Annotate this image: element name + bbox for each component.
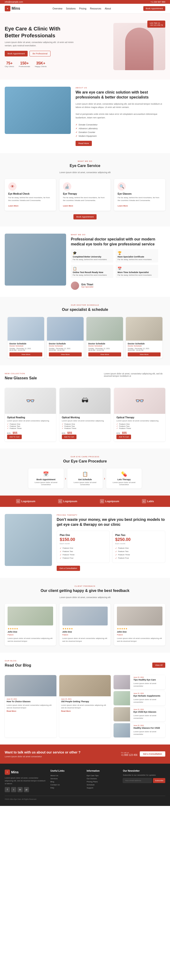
hero-primary-btn[interactable]: Book Appointment [5, 51, 28, 56]
glass-feat-1-1: Feature Two [62, 425, 108, 427]
plan-name-0: Plan One [60, 534, 107, 536]
social-twitter[interactable]: t [11, 787, 16, 792]
about-features: Donate Consectetur Advance Laboratory Do… [76, 123, 165, 138]
nav-item-resources[interactable]: Resources [90, 7, 101, 10]
social-facebook[interactable]: f [5, 787, 10, 792]
stat-professionals-label: Professionals [19, 65, 30, 68]
schedule-section: OUR DOCTOR SCHEDULE Our specialist & sch… [0, 297, 170, 365]
nav-item-solutions[interactable]: Solutions [66, 7, 76, 10]
hero-secondary-btn[interactable]: Be Professional [30, 51, 51, 56]
footer-link-1-4[interactable]: Support [87, 787, 93, 789]
cta-consultation-btn[interactable]: Get a Consultation [140, 751, 165, 757]
service-title-2: Eye Glasses [118, 192, 162, 195]
glasses-section: NEW COLLECTION New Glasses Sale Lorem ip… [0, 365, 170, 449]
proc-icon-2: 💊 [109, 471, 139, 477]
footer-link-0-1[interactable]: Services [51, 778, 58, 780]
footer-logo: + Mins [5, 770, 46, 775]
service-card-1: 🔬 Eye Therapy Far far away, behind the w… [59, 179, 111, 211]
blog-side-desc-2: Lorem ipsum dolor sit amet consectetur [133, 714, 164, 719]
partner-name-3: Labls [147, 500, 154, 503]
glass-feat-0-1: Feature Two [7, 425, 54, 427]
hero-title: Eye Care & Clinic With Better Profession… [5, 25, 76, 39]
footer: + Mins Lorem ipsum dolor sit amet, conse… [0, 764, 170, 806]
footer-link-0-3[interactable]: Contact Us [51, 784, 60, 786]
stat-professionals: 150+ Professionals [19, 61, 30, 68]
spec-feature-3: 📅 More Time Schedule Specialist Far far … [116, 265, 158, 278]
doctor-card-btn-1[interactable]: View More [49, 352, 82, 356]
services-header: WHAT WE DO Eye Care Service Lorem ipsum … [5, 160, 165, 174]
service-link-2[interactable]: Learn More [118, 205, 128, 207]
blog-card-img-0 [5, 675, 56, 696]
footer-link-0-4[interactable]: FAQ [51, 787, 54, 789]
test-img-2 [117, 606, 162, 625]
blog-view-all-btn[interactable]: View All [152, 663, 165, 668]
service-link-0[interactable]: Learn More [8, 205, 18, 207]
blog-main-link-1[interactable]: Read More [61, 710, 71, 712]
glass-price-2: $55 [122, 431, 127, 434]
blog-side-img-2 [114, 707, 130, 721]
pricing-label: PRICING THERAPY [57, 514, 165, 516]
footer-bottom: ©2021 Mins Eye Care. All Rights Reserved… [5, 796, 165, 800]
book-appointment-button[interactable]: Book Appointment [143, 6, 165, 11]
social-linkedin[interactable]: in [17, 787, 23, 792]
nav-item-pricing[interactable]: Pricing [79, 7, 86, 10]
hero-buttons: Book Appointment Be Professional [5, 51, 76, 56]
partner-logo-0: L Logoipsum [16, 499, 35, 503]
services-title: Eye Care Service [5, 164, 165, 169]
testimonials-grid: ★★★★★ John Doe Patient Lorem ipsum dolor… [5, 604, 165, 646]
plan-feat-1-0: Feature One [115, 547, 162, 550]
doctor-card-schedule-0: Sunday - December 12, 202108.00 AM - 04.… [10, 348, 42, 351]
glass-buy-btn-2[interactable]: Add To Cart [116, 434, 131, 439]
glass-feat-1-2: Feature Three [62, 427, 108, 430]
doctor-card-btn-3[interactable]: View More [128, 352, 160, 356]
service-icon-1: 🔬 [63, 182, 71, 191]
service-link-1[interactable]: Learn More [63, 205, 73, 207]
glass-title-1: Optical Working [62, 416, 108, 419]
cta-phone: Or call us +1 800 123 456 [121, 752, 137, 756]
glass-buy-btn-0[interactable]: Add To Cart [7, 434, 22, 439]
pricing-consult-btn[interactable]: Get a Consultation [57, 566, 80, 571]
footer-link-1-1[interactable]: Our Doctors [87, 778, 97, 780]
doctor-card-schedule-2: Sunday - December 12, 202108.00 AM - 04.… [88, 348, 121, 351]
test-role-2: Patient [117, 634, 162, 636]
nav-item-about[interactable]: About [105, 7, 111, 10]
proc-icon-0: 📅 [31, 471, 61, 477]
footer-link-0-2[interactable]: Blog [51, 781, 54, 783]
newsletter-subscribe-btn[interactable]: Subscribe [153, 778, 165, 783]
glass-feat-1-0: Feature One [62, 423, 108, 425]
glass-img-2: 👓 [114, 388, 165, 414]
blog-card-info-1: June 15, 2021 Old People Getting Therapy… [59, 696, 111, 714]
glass-feat-2-0: Feature One [116, 423, 163, 425]
doctor-details: Eric Thiart Eye Specialist [81, 283, 93, 288]
services-appointment-btn[interactable]: Book Appointment [73, 214, 96, 220]
doctor-card-name-3: Doctor Schedule [128, 342, 160, 345]
about-label: ABOUT US [76, 87, 165, 89]
doctor-name: Eric Thiart [81, 283, 93, 286]
footer-link-1-0[interactable]: Eye Care Tips [87, 775, 99, 776]
glass-features-2: Feature One Feature Two Feature Three [116, 423, 163, 430]
social-youtube[interactable]: yt [24, 787, 29, 792]
glass-old-price-0: $75 [7, 432, 11, 434]
newsletter-email-input[interactable] [123, 778, 152, 783]
service-icon-0: 👁 [8, 182, 16, 191]
doctor-card-3: Doctor Schedule Doctor Schedule Sunday -… [126, 317, 162, 358]
footer-brand-col: + Mins Lorem ipsum dolor sit amet, conse… [5, 770, 46, 792]
doctor-card-btn-2[interactable]: View More [88, 352, 121, 356]
test-stars-2: ★★★★★ [117, 627, 162, 630]
nav-item-overview[interactable]: Overview [52, 7, 63, 10]
blog-main-link-0[interactable]: Read More [6, 710, 16, 712]
footer-link-0-0[interactable]: About Us [51, 775, 58, 776]
doctor-info: Eric Thiart Eye Specialist [71, 282, 165, 290]
footer-link-1-2[interactable]: Pricing Plans [87, 781, 98, 783]
testimonials-section: CLIENT FEEDBACK Our client getting happy… [0, 578, 170, 652]
proc-title-2: Lets Therapy [109, 478, 139, 480]
footer-link-1-3[interactable]: Schedule [87, 784, 94, 786]
procedure-section: OUR EYE CARE PROCESS Our Eye Care Proced… [0, 449, 170, 496]
testimonials-label: CLIENT FEEDBACK [5, 585, 165, 587]
blog-main-desc-0: Lorem ipsum dolor sit amet consectetur a… [6, 704, 54, 709]
blog-main-title-0: How To Choice Glasses [6, 700, 54, 703]
doctor-card-btn-0[interactable]: View More [10, 352, 42, 356]
glass-buy-btn-1[interactable]: Add To Cart [62, 434, 76, 439]
pricing-content: PRICING THERAPY Don't waste your money, … [57, 514, 165, 571]
about-readmore-btn[interactable]: Read More [76, 141, 92, 146]
